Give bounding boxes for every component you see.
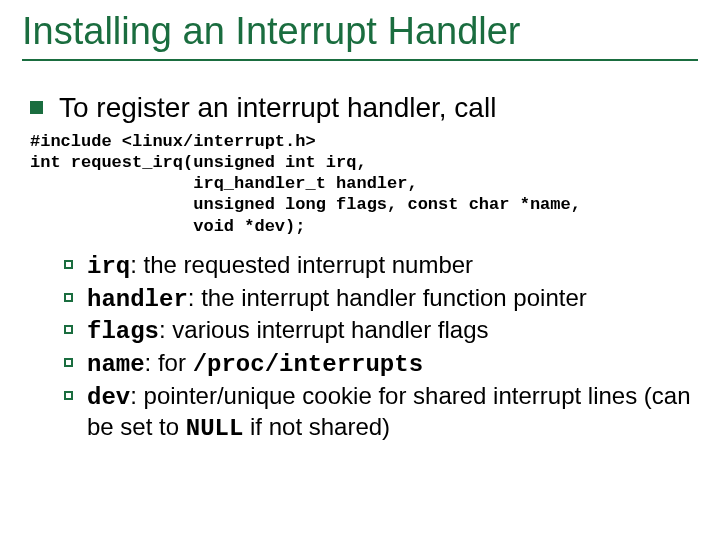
title-rule <box>22 59 698 61</box>
item-desc2: if not shared) <box>243 413 390 440</box>
item-mono2: NULL <box>186 415 244 442</box>
item-term: dev <box>87 384 130 411</box>
item-term: handler <box>87 286 188 313</box>
list-item: handler: the interrupt handler function … <box>64 284 698 315</box>
list-item: name: for /proc/interrupts <box>64 349 698 380</box>
item-colon: : <box>188 284 201 311</box>
item-text: handler: the interrupt handler function … <box>87 284 587 315</box>
square-outline-icon <box>64 260 73 269</box>
item-text: irq: the requested interrupt number <box>87 251 473 282</box>
item-term: flags <box>87 318 159 345</box>
item-text: flags: various interrupt handler flags <box>87 316 489 347</box>
item-desc: the requested interrupt number <box>144 251 474 278</box>
item-desc: various interrupt handler flags <box>172 316 488 343</box>
square-outline-icon <box>64 325 73 334</box>
item-desc: the interrupt handler function pointer <box>201 284 587 311</box>
square-filled-icon <box>30 101 43 114</box>
item-mono2: /proc/interrupts <box>193 351 423 378</box>
square-outline-icon <box>64 391 73 400</box>
sub-bullet-list: irq: the requested interrupt number hand… <box>64 251 698 444</box>
item-colon: : <box>130 251 143 278</box>
square-outline-icon <box>64 358 73 367</box>
item-desc: for <box>158 349 193 376</box>
item-term: irq <box>87 253 130 280</box>
item-colon: : <box>145 349 158 376</box>
slide-title: Installing an Interrupt Handler <box>22 10 698 53</box>
item-colon: : <box>159 316 172 343</box>
item-colon: : <box>130 382 143 409</box>
lead-text: To register an interrupt handler, call <box>59 91 496 125</box>
square-outline-icon <box>64 293 73 302</box>
item-term: name <box>87 351 145 378</box>
list-item: dev: pointer/unique cookie for shared in… <box>64 382 698 444</box>
item-text: name: for /proc/interrupts <box>87 349 423 380</box>
list-item: flags: various interrupt handler flags <box>64 316 698 347</box>
list-item: irq: the requested interrupt number <box>64 251 698 282</box>
bullet-level1: To register an interrupt handler, call <box>30 91 698 125</box>
code-block: #include <linux/interrupt.h> int request… <box>30 131 698 237</box>
slide: Installing an Interrupt Handler To regis… <box>0 0 720 540</box>
item-text: dev: pointer/unique cookie for shared in… <box>87 382 698 444</box>
